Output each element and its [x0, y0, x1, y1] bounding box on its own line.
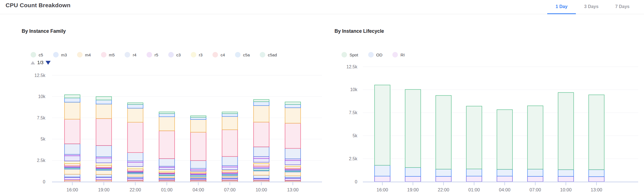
bar-segment-m4[interactable] [285, 108, 301, 123]
legend-item-ri[interactable]: RI [392, 52, 405, 58]
bar-segment-m5[interactable] [222, 130, 238, 156]
bar-segment-OD[interactable] [527, 169, 543, 176]
bar-segment-m3[interactable] [222, 114, 238, 116]
bar-segment-Spot[interactable] [497, 110, 512, 169]
bar-segment-RI[interactable] [375, 176, 390, 182]
bar-segment-r3[interactable] [96, 163, 112, 165]
bar-segment-OD[interactable] [375, 165, 390, 176]
bar-segment-r4[interactable] [222, 156, 238, 166]
legend-item-m5[interactable]: m5 [101, 52, 115, 58]
bar-segment-OD[interactable] [466, 169, 482, 176]
bar-segment-r3[interactable] [285, 165, 301, 166]
bar-segment-other-4[interactable] [128, 174, 143, 176]
legend-item-spot[interactable]: Spot [341, 52, 358, 58]
legend-page-up-icon[interactable] [31, 61, 35, 64]
bar-segment-c5a[interactable] [254, 175, 269, 178]
bar-segment-r4[interactable] [159, 159, 175, 166]
bar-segment-c3[interactable] [254, 158, 269, 162]
bar-segment-OD[interactable] [497, 169, 512, 176]
bar-segment-m5[interactable] [285, 123, 301, 149]
bar-segment-c5[interactable] [96, 97, 112, 100]
bar-segment-RI[interactable] [527, 176, 543, 182]
tab-3-days[interactable]: 3 Days [576, 0, 607, 14]
bar-segment-c5a[interactable] [285, 176, 301, 178]
bar-segment-m3[interactable] [65, 98, 80, 102]
bar-segment-c5a[interactable] [65, 174, 80, 177]
legend-item-m3[interactable]: m3 [53, 52, 67, 58]
stacked-bar-chart-instance-lifecycle[interactable]: 02.5k5k7.5k10k12.5k16:0019:0022:0001:000… [332, 64, 644, 195]
bar-segment-c5[interactable] [254, 99, 269, 102]
bar-segment-RI[interactable] [466, 176, 482, 182]
legend-item-c5a[interactable]: c5a [235, 52, 250, 58]
legend-item-c5[interactable]: c5 [31, 52, 43, 58]
bar-segment-m4[interactable] [222, 116, 238, 130]
bar-segment-c5a[interactable] [96, 174, 112, 177]
bar-segment-r4[interactable] [128, 152, 143, 161]
legend-item-c4[interactable]: c4 [212, 52, 225, 58]
bar-segment-RI[interactable] [497, 176, 512, 182]
bar-segment-c3[interactable] [159, 168, 175, 170]
bar-segment-RI[interactable] [405, 176, 421, 182]
bar-segment-r5[interactable] [128, 178, 143, 180]
legend-item-m4[interactable]: m4 [77, 52, 91, 58]
bar-segment-r4[interactable] [96, 146, 112, 157]
bar-segment-other-4[interactable] [65, 169, 80, 174]
bar-segment-OD[interactable] [589, 170, 604, 177]
bar-segment-m3[interactable] [254, 102, 269, 106]
bar-segment-m4[interactable] [65, 102, 80, 119]
bar-segment-RI[interactable] [589, 177, 604, 182]
bar-segment-c3[interactable] [128, 162, 143, 166]
bar-segment-c5ad[interactable] [254, 169, 269, 170]
bar-segment-r3[interactable] [159, 169, 175, 172]
legend-item-r5[interactable]: r5 [147, 52, 158, 58]
bar-segment-r4[interactable] [65, 144, 80, 154]
bar-segment-m4[interactable] [159, 117, 175, 131]
bar-segment-Spot[interactable] [436, 96, 451, 169]
bar-segment-m4[interactable] [254, 106, 269, 122]
bar-segment-r4[interactable] [285, 148, 301, 159]
bar-segment-c3[interactable] [285, 160, 301, 165]
bar-segment-RI[interactable] [558, 176, 574, 182]
bar-segment-r5[interactable] [65, 178, 80, 180]
bar-segment-r4[interactable] [190, 161, 206, 168]
bar-segment-c5[interactable] [190, 116, 206, 118]
bar-segment-c4[interactable] [285, 166, 301, 169]
bar-segment-r3[interactable] [128, 166, 143, 169]
bar-segment-other-4[interactable] [285, 172, 301, 176]
bar-segment-c4[interactable] [254, 164, 269, 166]
bar-segment-c4[interactable] [128, 169, 143, 171]
legend-page-down-icon[interactable] [46, 61, 51, 65]
bar-segment-m3[interactable] [96, 100, 112, 104]
bar-segment-Spot[interactable] [558, 92, 574, 170]
bar-segment-Spot[interactable] [405, 89, 421, 168]
legend-item-r4[interactable]: r4 [125, 52, 136, 58]
bar-segment-m3[interactable] [190, 117, 206, 119]
bar-segment-Spot[interactable] [527, 106, 543, 169]
tab-1-day[interactable]: 1 Day [547, 0, 576, 14]
bar-segment-m5[interactable] [159, 131, 175, 159]
legend-item-od[interactable]: OD [368, 52, 383, 58]
bar-segment-OD[interactable] [405, 168, 421, 176]
bar-segment-m4[interactable] [128, 108, 143, 122]
bar-segment-c5[interactable] [222, 112, 238, 114]
bar-segment-m5[interactable] [128, 122, 143, 152]
bar-segment-c4[interactable] [96, 165, 112, 168]
tab-7-days[interactable]: 7 Days [607, 0, 638, 14]
bar-segment-m4[interactable] [190, 119, 206, 132]
bar-segment-OD[interactable] [436, 169, 451, 176]
bar-segment-m3[interactable] [159, 114, 175, 117]
bar-segment-r5[interactable] [285, 178, 301, 180]
bar-segment-m4[interactable] [96, 104, 112, 119]
bar-segment-other-4[interactable] [254, 171, 269, 175]
bar-segment-RI[interactable] [436, 176, 451, 182]
bar-segment-c5[interactable] [159, 112, 175, 114]
bar-segment-other-8[interactable] [285, 159, 301, 161]
bar-segment-c4[interactable] [65, 164, 80, 166]
bar-segment-Spot[interactable] [375, 85, 390, 165]
stacked-bar-chart-instance-family[interactable]: 02.5k5k7.5k10k12.5k16:0019:0022:0001:000… [0, 69, 324, 195]
bar-segment-Spot[interactable] [466, 106, 482, 169]
bar-segment-m5[interactable] [254, 122, 269, 147]
bar-segment-other-8[interactable] [254, 157, 269, 159]
bar-segment-m5[interactable] [96, 119, 112, 146]
bar-segment-m5[interactable] [65, 119, 80, 144]
